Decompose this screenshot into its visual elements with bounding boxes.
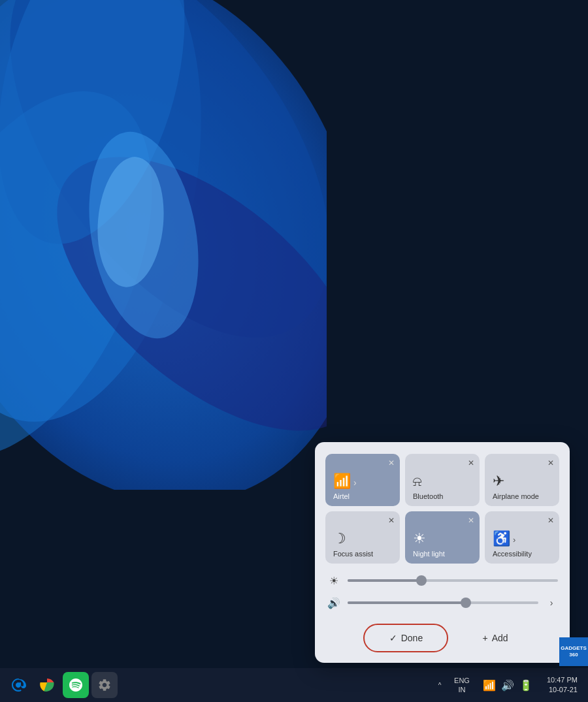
brightness-icon: ☀: [327, 575, 341, 587]
wifi-icon: 📶: [333, 473, 351, 490]
brightness-slider[interactable]: [348, 574, 558, 587]
chevron-up-icon: ^: [438, 682, 442, 689]
accessibility-pin-icon[interactable]: ✕: [547, 516, 554, 525]
brightness-thumb[interactable]: [416, 575, 427, 586]
airplane-pin-icon[interactable]: ✕: [547, 458, 554, 468]
gadgets360-text: GADGETS360: [561, 645, 587, 658]
quick-panel-footer: ✓ Done + Add: [325, 618, 559, 652]
airplane-icon: ✈: [493, 473, 551, 490]
language-label: ENG: [454, 676, 470, 685]
volume-track: [348, 601, 538, 604]
taskbar-right-area: ^ ENG IN 📶 🔊 🔋 10:47 PM 10-07-21: [433, 673, 583, 697]
brightness-fill: [348, 579, 421, 582]
accessibility-icon: ♿: [493, 530, 510, 547]
wifi-sys-icon: 📶: [483, 679, 496, 692]
language-indicator[interactable]: ENG IN: [450, 673, 474, 697]
volume-fill: [348, 601, 466, 604]
taskbar-edge-icon[interactable]: [5, 672, 31, 698]
accessibility-tile[interactable]: ✕ ♿ › Accessibility: [485, 511, 559, 564]
background-swirl: [0, 0, 327, 490]
taskbar-clock[interactable]: 10:47 PM 10-07-21: [542, 675, 583, 695]
gadgets360-badge: GADGETS360: [559, 637, 588, 666]
done-button[interactable]: ✓ Done: [376, 628, 436, 648]
clock-time: 10:47 PM: [547, 675, 578, 685]
taskbar-icons: [5, 672, 118, 698]
quick-tiles-grid: ✕ 📶 › Airtel ✕ ⍾ Bluetooth ✕ ✈ Airplane …: [325, 454, 559, 564]
system-icons-group[interactable]: 📶 🔊 🔋: [478, 677, 538, 694]
bluetooth-label: Bluetooth: [413, 492, 472, 501]
bluetooth-pin-icon[interactable]: ✕: [468, 458, 474, 468]
taskbar: ^ ENG IN 📶 🔊 🔋 10:47 PM 10-07-21: [0, 668, 588, 702]
battery-icon: 🔋: [519, 679, 532, 692]
bluetooth-tile[interactable]: ✕ ⍾ Bluetooth: [405, 454, 480, 506]
checkmark-icon: ✓: [389, 633, 397, 643]
volume-thumb[interactable]: [461, 598, 471, 608]
taskbar-spotify-icon[interactable]: [63, 672, 89, 698]
done-label: Done: [401, 633, 423, 643]
volume-sys-icon: 🔊: [501, 679, 514, 692]
plus-icon: +: [482, 633, 487, 643]
bluetooth-icon: ⍾: [413, 473, 472, 490]
accessibility-label: Accessibility: [493, 550, 551, 558]
night-light-icon: ☀: [413, 530, 472, 547]
taskbar-settings-icon[interactable]: [91, 672, 118, 698]
volume-chevron-icon[interactable]: ›: [545, 598, 558, 608]
language-sub: IN: [458, 685, 465, 694]
volume-icon: 🔊: [327, 597, 341, 609]
quick-settings-panel: ✕ 📶 › Airtel ✕ ⍾ Bluetooth ✕ ✈ Airplane …: [315, 442, 570, 663]
system-tray-expand[interactable]: ^: [433, 678, 446, 692]
wifi-tile[interactable]: ✕ 📶 › Airtel: [325, 454, 400, 506]
clock-date: 10-07-21: [549, 685, 578, 695]
add-button[interactable]: + Add: [469, 628, 521, 648]
airplane-tile[interactable]: ✕ ✈ Airplane mode: [485, 454, 559, 506]
volume-slider-row: 🔊 ›: [325, 596, 559, 609]
done-button-wrapper[interactable]: ✓ Done: [363, 624, 448, 652]
night-light-label: Night light: [413, 550, 472, 558]
wifi-pin-icon[interactable]: ✕: [388, 458, 395, 468]
focus-icon: ☽: [333, 530, 392, 547]
desktop: ✕ 📶 › Airtel ✕ ⍾ Bluetooth ✕ ✈ Airplane …: [0, 0, 588, 702]
brightness-track: [348, 579, 558, 582]
airplane-label: Airplane mode: [493, 492, 551, 501]
focus-assist-tile[interactable]: ✕ ☽ Focus assist: [325, 511, 400, 564]
volume-slider[interactable]: [348, 596, 538, 609]
add-label: Add: [492, 633, 508, 643]
wifi-label: Airtel: [333, 492, 392, 501]
focus-label: Focus assist: [333, 550, 392, 558]
focus-pin-icon[interactable]: ✕: [388, 516, 395, 525]
night-light-tile[interactable]: ✕ ☀ Night light: [405, 511, 480, 564]
taskbar-chrome-icon[interactable]: [34, 672, 60, 698]
night-light-pin-icon[interactable]: ✕: [468, 516, 474, 525]
brightness-slider-row: ☀: [325, 574, 559, 587]
